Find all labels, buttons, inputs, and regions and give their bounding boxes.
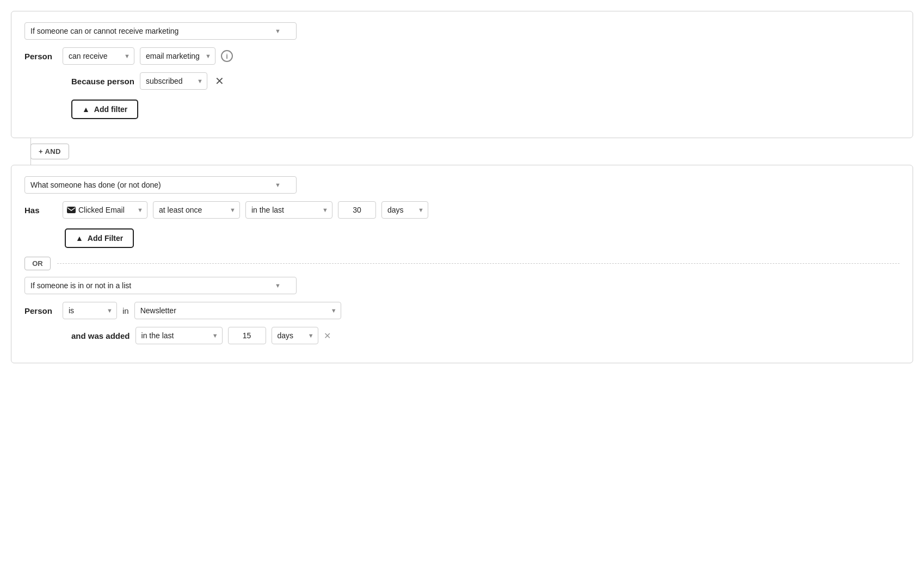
block2-period-select[interactable]: days weeks months bbox=[381, 201, 428, 219]
block3-added-number-input[interactable] bbox=[228, 327, 266, 344]
block1-condition-chevron: ▼ bbox=[275, 28, 281, 34]
block2-time-wrapper: in the last before after ▼ bbox=[245, 201, 332, 219]
block3-in-label: in bbox=[122, 306, 129, 315]
block1-card: If someone can or cannot receive marketi… bbox=[11, 11, 913, 138]
block2-condition-select[interactable]: What someone has done (or not done) ▼ bbox=[24, 176, 297, 194]
or-dashed-line bbox=[57, 263, 900, 264]
block2-number-input[interactable] bbox=[338, 201, 376, 219]
block3-added-time-wrapper: in the last before after ▼ bbox=[135, 327, 223, 344]
block2-condition-chevron: ▼ bbox=[275, 182, 281, 188]
and-connector: + AND bbox=[11, 138, 913, 165]
block2-has-label: Has bbox=[24, 206, 57, 215]
block1-subscribed-select[interactable]: subscribed unsubscribed bbox=[140, 72, 207, 90]
block1-email-marketing-select[interactable]: email marketing sms marketing bbox=[140, 47, 215, 65]
block3-condition-row: If someone is in or not in a list ▼ bbox=[24, 277, 900, 294]
filter-icon-block1: ▲ bbox=[82, 105, 90, 114]
block1-because-row: Because person subscribed unsubscribed ▼… bbox=[71, 72, 900, 90]
block3-added-period-wrapper: days weeks months ▼ bbox=[272, 327, 318, 344]
block1-person-row: Person can receive cannot receive ▼ emai… bbox=[24, 47, 900, 65]
block3-condition-select[interactable]: If someone is in or not in a list ▼ bbox=[24, 277, 297, 294]
block2-condition-label: What someone has done (or not done) bbox=[30, 181, 161, 189]
block3-sub-section: If someone is in or not in a list ▼ Pers… bbox=[24, 277, 900, 344]
block3-condition-label: If someone is in or not in a list bbox=[30, 281, 131, 290]
block1-add-filter-button[interactable]: ▲ Add filter bbox=[71, 100, 138, 119]
block2-card: What someone has done (or not done) ▼ Ha… bbox=[11, 165, 913, 363]
block1-condition-label: If someone can or cannot receive marketi… bbox=[30, 27, 178, 35]
block3-is-select[interactable]: is is not bbox=[63, 302, 117, 319]
block1-because-close-button[interactable]: ✕ bbox=[213, 76, 226, 86]
info-icon-block1[interactable]: i bbox=[221, 50, 233, 62]
block1-condition-row: If someone can or cannot receive marketi… bbox=[24, 22, 900, 40]
block1-can-receive-wrapper: can receive cannot receive ▼ bbox=[63, 47, 134, 65]
and-button-row: + AND bbox=[30, 138, 913, 165]
block2-frequency-select[interactable]: at least once zero times exactly bbox=[153, 201, 240, 219]
block3-list-wrapper: Newsletter VIP List Customers ▼ bbox=[134, 302, 341, 319]
block1-subscribed-wrapper: subscribed unsubscribed ▼ bbox=[140, 72, 207, 90]
block2-add-filter-button[interactable]: ▲ Add Filter bbox=[65, 228, 134, 248]
block3-added-period-select[interactable]: days weeks months bbox=[272, 327, 318, 344]
block1-add-filter-row: ▲ Add filter bbox=[71, 97, 900, 119]
block2-action-select[interactable]: Clicked Email Opened Email Received Emai… bbox=[63, 201, 147, 219]
block1-can-receive-select[interactable]: can receive cannot receive bbox=[63, 47, 134, 65]
block2-time-select[interactable]: in the last before after bbox=[245, 201, 332, 219]
or-row: OR bbox=[24, 257, 900, 270]
block3-and-was-added-label: and was added bbox=[71, 331, 130, 340]
or-label: OR bbox=[24, 257, 51, 270]
block2-period-wrapper: days weeks months ▼ bbox=[381, 201, 428, 219]
block1-person-label: Person bbox=[24, 52, 57, 61]
block2-action-wrapper: Clicked Email Opened Email Received Emai… bbox=[63, 201, 147, 219]
block1-email-marketing-wrapper: email marketing sms marketing ▼ bbox=[140, 47, 215, 65]
and-button[interactable]: + AND bbox=[30, 144, 69, 159]
block3-added-row: and was added in the last before after ▼… bbox=[71, 327, 900, 344]
block2-add-filter-label: Add Filter bbox=[88, 234, 123, 243]
block3-is-wrapper: is is not ▼ bbox=[63, 302, 117, 319]
block1-because-label: Because person bbox=[71, 77, 134, 86]
block1-add-filter-label: Add filter bbox=[94, 105, 127, 114]
block3-person-label: Person bbox=[24, 306, 57, 315]
block3-added-close-icon[interactable]: ✕ bbox=[324, 331, 331, 341]
block3-person-row: Person is is not ▼ in Newsletter VIP Lis… bbox=[24, 302, 900, 319]
block2-has-row: Has Clicked Email Opened Email Received … bbox=[24, 201, 900, 219]
block2-add-filter-row: ▲ Add Filter bbox=[65, 226, 900, 248]
block2-condition-row: What someone has done (or not done) ▼ bbox=[24, 176, 900, 194]
block2-frequency-wrapper: at least once zero times exactly ▼ bbox=[153, 201, 240, 219]
filter-icon-block2: ▲ bbox=[76, 234, 83, 243]
block3-added-time-select[interactable]: in the last before after bbox=[135, 327, 223, 344]
block3-list-select[interactable]: Newsletter VIP List Customers bbox=[134, 302, 341, 319]
block3-condition-chevron: ▼ bbox=[275, 282, 281, 289]
block1-condition-select[interactable]: If someone can or cannot receive marketi… bbox=[24, 22, 297, 40]
